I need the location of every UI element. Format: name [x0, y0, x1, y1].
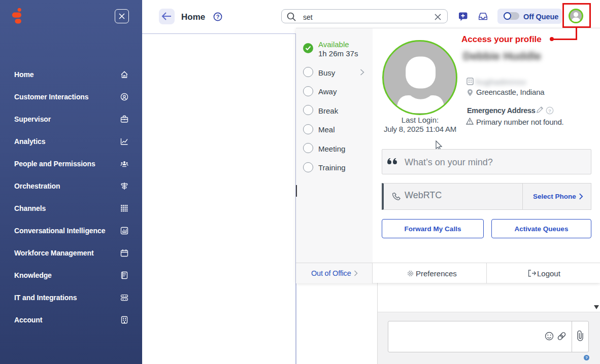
svg-text:?: ?	[216, 14, 220, 20]
svg-text:?: ?	[548, 108, 551, 114]
